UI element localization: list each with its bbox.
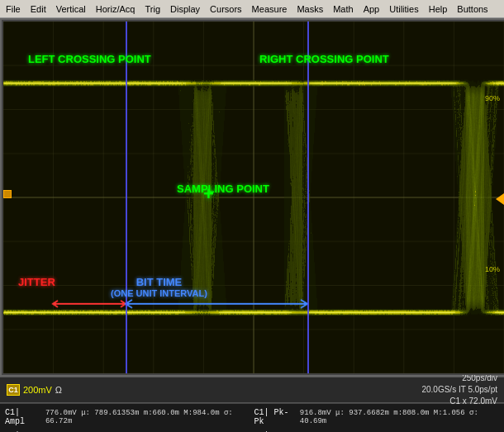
label-left-crossing: LEFT CROSSING POINT — [28, 53, 151, 65]
meas-pkpk-values: 916.8mV μ: 937.6682m m:808.0m M:1.056 σ:… — [300, 409, 499, 425]
menu-masks[interactable]: Masks — [292, 3, 327, 15]
trigger-arrow — [496, 193, 504, 205]
menu-app[interactable]: App — [359, 3, 384, 15]
label-jitter: JITTER — [18, 276, 55, 288]
measurements-bar: C1| Ampl 776.0mV μ: 789.61353m m:660.0m … — [0, 403, 504, 432]
menu-vertical[interactable]: Vertical — [52, 3, 90, 15]
menu-bar: File Edit Vertical Horiz/Acq Trig Displa… — [0, 0, 504, 18]
menu-utilities[interactable]: Utilities — [385, 3, 422, 15]
right-status: 250ps/div 20.0GS/s IT 5.0ps/pt C1 x 72.0… — [421, 373, 497, 407]
label-bit-time: BIT TIME (ONE UNIT INTERVAL) — [111, 276, 207, 298]
cursor-left-line — [126, 21, 127, 373]
menu-buttons[interactable]: Buttons — [453, 3, 492, 15]
menu-file[interactable]: File — [2, 3, 25, 15]
meas-pkpk-label: C1| Pk-Pk — [254, 408, 297, 426]
label-right-crossing: RIGHT CROSSING POINT — [259, 53, 389, 65]
status-bar: C1 200mV Ω 250ps/div 20.0GS/s IT 5.0ps/p… — [0, 377, 504, 403]
menu-measure[interactable]: Measure — [248, 3, 292, 15]
ch1-voltage: 200mV — [23, 385, 52, 395]
ch1-level-indicator — [3, 190, 12, 198]
meas-row-ampl: C1| Ampl 776.0mV μ: 789.61353m m:660.0m … — [3, 406, 252, 428]
menu-math[interactable]: Math — [329, 3, 357, 15]
menu-horizacq[interactable]: Horiz/Acq — [92, 3, 140, 15]
ch1-omega: Ω — [55, 385, 62, 395]
menu-trig[interactable]: Trig — [140, 3, 164, 15]
meas-ampl-label: C1| Ampl — [5, 408, 42, 426]
pct-10-label: 10% — [485, 265, 500, 273]
scope-container: LEFT CROSSING POINT RIGHT CROSSING POINT… — [0, 18, 504, 377]
menu-cursors[interactable]: Cursors — [206, 3, 246, 15]
ch1-indicator: C1 200mV Ω — [7, 384, 62, 396]
meas-row-pkpk: C1| Pk-Pk 916.8mV μ: 937.6682m m:808.0m … — [253, 406, 502, 428]
meas-row-fall: C1| Fall* 187.1ps μ: 204.55936p m:117.9p… — [253, 429, 502, 432]
scope-screen: LEFT CROSSING POINT RIGHT CROSSING POINT… — [2, 20, 504, 375]
label-sampling-point: SAMPLING POINT — [177, 183, 269, 195]
pct-90-label: 90% — [485, 94, 500, 102]
ch1-box: C1 — [7, 384, 20, 396]
cursor-right-line — [307, 21, 309, 373]
menu-edit[interactable]: Edit — [26, 3, 50, 15]
menu-display[interactable]: Display — [166, 3, 204, 15]
menu-help[interactable]: Help — [425, 3, 452, 15]
meas-row-rise: C1| Rise 149.8ps μ: 190.01715p m:115.3p … — [3, 429, 252, 432]
meas-ampl-values: 776.0mV μ: 789.61353m m:660.0m M:984.0m … — [45, 409, 250, 425]
eye-diagram-canvas — [3, 21, 504, 373]
sample-rate-value: 20.0GS/s IT 5.0ps/pt — [421, 384, 497, 396]
